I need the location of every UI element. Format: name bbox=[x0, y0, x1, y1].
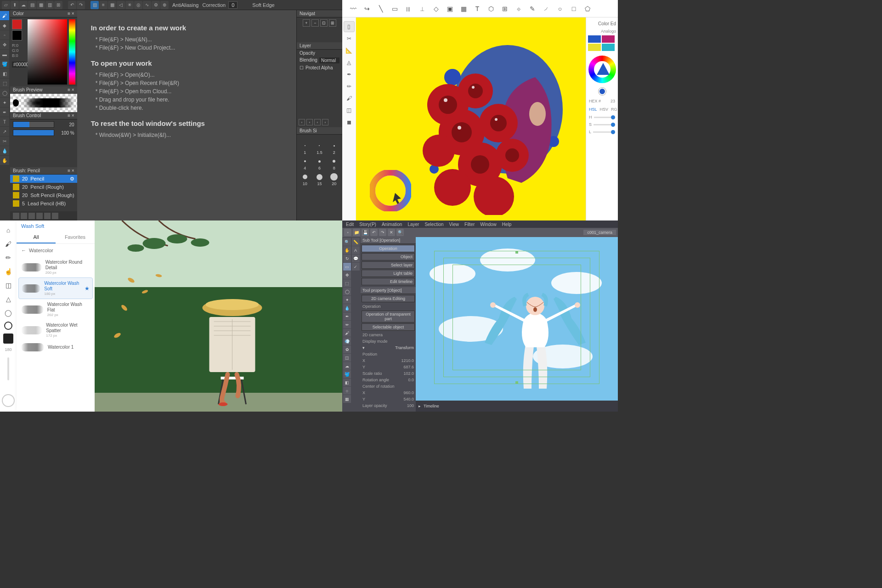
brush-icon[interactable]: 〰 bbox=[349, 4, 358, 13]
mask-icon[interactable]: ▣ bbox=[445, 4, 454, 13]
layer-icon[interactable]: ▫ bbox=[306, 119, 313, 125]
eraser-icon[interactable]: ◫ bbox=[3, 280, 13, 290]
subtool-item[interactable]: Edit timeline bbox=[362, 278, 415, 285]
fill-icon[interactable]: ◼ bbox=[344, 117, 355, 128]
subtool-item[interactable]: Object bbox=[362, 253, 415, 260]
lasso-icon[interactable]: ◯ bbox=[3, 308, 13, 318]
layers-icon[interactable]: ▦ bbox=[459, 4, 468, 13]
polygon-icon[interactable]: ⬠ bbox=[583, 4, 592, 13]
eyedropper-tool-icon[interactable]: 💧 bbox=[0, 146, 9, 155]
duplicate-brush-icon[interactable] bbox=[21, 213, 27, 219]
snap-parallel-icon[interactable]: ▧ bbox=[90, 1, 99, 9]
compass-icon[interactable]: ◬ bbox=[344, 57, 355, 68]
ruler-icon[interactable]: 📐 bbox=[344, 45, 355, 56]
save-icon[interactable]: ▤ bbox=[28, 1, 36, 9]
timeline-bar[interactable]: ▸ Timeline bbox=[416, 401, 618, 412]
shapes-icon[interactable]: △ bbox=[3, 294, 13, 304]
brush-size-slider[interactable] bbox=[13, 121, 54, 128]
save-icon[interactable]: 💾 bbox=[362, 229, 369, 236]
grid-icon[interactable]: ▦ bbox=[37, 1, 45, 9]
correct-icon[interactable]: ✓ bbox=[352, 263, 360, 271]
canvas-welcome[interactable]: In order to create a new work * File(&F)… bbox=[77, 10, 296, 220]
brush-icon[interactable]: 🖌 bbox=[343, 329, 351, 337]
balloon-icon[interactable]: 💬 bbox=[352, 254, 360, 262]
gradient-tool-icon[interactable]: ◧ bbox=[0, 69, 9, 78]
undo-icon[interactable]: ↶ bbox=[68, 1, 76, 9]
brush-list-item[interactable]: 20 Soft Pencil (Rough) bbox=[10, 191, 77, 199]
undo-icon[interactable]: ↶ bbox=[370, 229, 378, 236]
panel-menu-icon[interactable]: ≡ × bbox=[68, 87, 74, 92]
path-icon[interactable]: ⬡ bbox=[486, 4, 496, 13]
foreground-swatch[interactable] bbox=[12, 19, 22, 29]
redo-icon[interactable]: ↪ bbox=[362, 4, 372, 13]
brush-opacity-slider[interactable] bbox=[13, 130, 54, 136]
folder2-icon[interactable] bbox=[44, 213, 51, 219]
open-icon[interactable]: 📁 bbox=[353, 229, 360, 236]
size-slider[interactable] bbox=[7, 357, 9, 380]
gear-icon[interactable]: ⚙ bbox=[70, 176, 74, 182]
grid2-icon[interactable]: ▥ bbox=[45, 1, 54, 9]
marquee-icon[interactable]: ⬚ bbox=[343, 279, 351, 287]
text-tool-icon[interactable]: T bbox=[0, 117, 9, 126]
zoom-out-icon[interactable]: − bbox=[311, 19, 319, 27]
current-color[interactable] bbox=[599, 88, 606, 95]
frame-icon[interactable]: ▦ bbox=[343, 395, 351, 403]
zoom-in-icon[interactable]: + bbox=[303, 19, 310, 27]
lasso-icon[interactable]: ◯ bbox=[343, 288, 351, 295]
menu-edit[interactable]: Edit bbox=[346, 222, 354, 227]
color-field[interactable] bbox=[28, 19, 67, 85]
crop-icon[interactable]: ⟂ bbox=[418, 4, 427, 13]
add-brush-icon[interactable] bbox=[13, 213, 19, 219]
color-mode[interactable]: Analogo bbox=[588, 29, 616, 35]
panel-menu-icon[interactable]: ≡ × bbox=[68, 11, 74, 16]
decoration-icon[interactable]: ✿ bbox=[343, 345, 351, 353]
text-icon[interactable]: T bbox=[473, 4, 482, 13]
gradient-icon[interactable]: ◧ bbox=[343, 379, 351, 386]
scale-value[interactable]: 102.0 bbox=[403, 371, 414, 376]
brush-size-preset[interactable]: 20 bbox=[328, 172, 340, 186]
prop-select[interactable]: Operation of transparent part bbox=[362, 311, 415, 322]
brush-size-preset[interactable]: 10 bbox=[299, 172, 311, 186]
pencil-icon[interactable]: ✏ bbox=[344, 81, 355, 92]
favorite-star-icon[interactable]: ★ bbox=[85, 285, 90, 292]
menu-filter[interactable]: Filter bbox=[464, 222, 475, 227]
figure-icon[interactable]: ○ bbox=[343, 387, 351, 395]
center-y-value[interactable]: 540.0 bbox=[403, 397, 414, 401]
airbrush-icon[interactable]: 💨 bbox=[343, 337, 351, 345]
correction-value[interactable]: 0 bbox=[228, 1, 237, 9]
scissors-icon[interactable]: ✂ bbox=[344, 33, 355, 44]
pen-icon[interactable]: ✒ bbox=[344, 69, 355, 80]
pen-icon[interactable]: ✎ bbox=[528, 4, 537, 13]
snap-radial-icon[interactable]: ✳ bbox=[125, 1, 134, 9]
color-ring-icon[interactable] bbox=[4, 322, 12, 330]
hex-value[interactable]: 23 bbox=[611, 99, 615, 103]
brush-item[interactable]: Watercolor Round Detail200 px bbox=[17, 257, 95, 277]
redo-icon[interactable]: ↷ bbox=[379, 229, 386, 236]
panel-menu-icon[interactable]: ≡ × bbox=[68, 113, 74, 118]
text-icon[interactable]: A bbox=[352, 246, 360, 254]
antialiasing-label[interactable]: AntiAliasing bbox=[172, 2, 198, 8]
pencil-icon[interactable]: ✏ bbox=[3, 253, 13, 263]
prop-select[interactable]: Selectable object bbox=[362, 323, 415, 331]
canvas-area[interactable]: ▸ Timeline bbox=[416, 237, 618, 412]
operation-tool-icon[interactable]: ↗ bbox=[0, 127, 9, 136]
brush-size-preset[interactable]: 1.5 bbox=[313, 141, 326, 155]
hand-tool-icon[interactable]: ✋ bbox=[0, 156, 9, 165]
download-brush-icon[interactable] bbox=[36, 213, 43, 219]
align-icon[interactable]: ⫼ bbox=[404, 4, 413, 13]
snap-target-icon[interactable]: ⊕ bbox=[160, 1, 169, 9]
hex-field[interactable]: #000000 bbox=[12, 62, 26, 68]
sat-slider[interactable] bbox=[594, 124, 615, 125]
menu-selection[interactable]: Selection bbox=[424, 222, 443, 227]
timeline-toggle-icon[interactable]: ▸ bbox=[418, 404, 421, 408]
brush-item[interactable]: Watercolor Wash Flat202 px bbox=[17, 299, 95, 320]
menu-view[interactable]: View bbox=[449, 222, 459, 227]
subtool-item[interactable]: Light table bbox=[362, 270, 415, 277]
eyedrop-icon[interactable]: 💧 bbox=[343, 304, 351, 312]
menu-animation[interactable]: Animation bbox=[382, 222, 402, 227]
selection-icon[interactable]: ▯ bbox=[344, 21, 355, 32]
brush-item[interactable]: Watercolor 1 bbox=[17, 340, 95, 354]
bucket-tool-icon[interactable]: 🪣 bbox=[0, 59, 9, 68]
color-wheel[interactable] bbox=[588, 56, 616, 83]
toolprop-sub[interactable]: 2D camera Editing bbox=[362, 295, 415, 302]
